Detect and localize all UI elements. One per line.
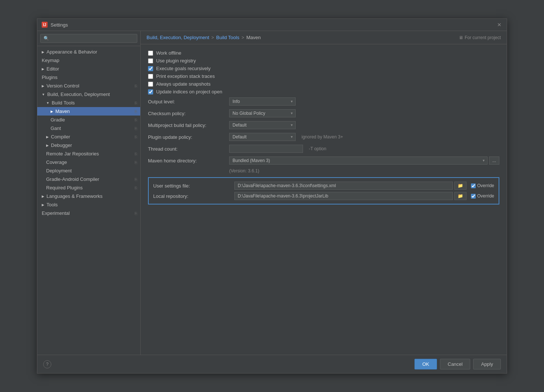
sidebar-item-debugger[interactable]: ▶Debugger bbox=[37, 141, 140, 149]
sidebar-item-label: Remote Jar Repositories bbox=[46, 151, 99, 157]
help-button[interactable]: ? bbox=[43, 360, 51, 368]
select-wrapper-2: DefaultFail FastFail At EndNever Fail bbox=[229, 121, 296, 129]
checkbox-row-use_plugin_registry: Use plugin registry bbox=[148, 58, 499, 63]
sidebar-item-build-execution-deployment[interactable]: ▼Build, Execution, Deployment bbox=[37, 90, 140, 99]
checkbox-row-work_offline: Work offline bbox=[148, 50, 499, 56]
sidebar-item-keymap[interactable]: Keymap bbox=[37, 56, 140, 65]
user-settings-override: Override bbox=[471, 183, 494, 188]
apply-button[interactable]: Apply bbox=[473, 359, 501, 369]
checkbox-use_plugin_registry[interactable] bbox=[148, 58, 153, 63]
sidebar-item-label: Required Plugins bbox=[46, 185, 83, 190]
content-area: ▶Appearance & BehaviorKeymap▶EditorPlugi… bbox=[37, 31, 507, 355]
sidebar-item-label: Experimental bbox=[42, 210, 70, 216]
form-label-2: Multiproject build fail policy: bbox=[148, 123, 229, 128]
sidebar: ▶Appearance & BehaviorKeymap▶EditorPlugi… bbox=[37, 31, 141, 355]
local-repo-input-wrap: 📁 Override bbox=[234, 192, 494, 200]
checkbox-execute_goals[interactable] bbox=[148, 66, 153, 71]
user-settings-label: User settings file: bbox=[153, 183, 234, 189]
sidebar-item-label: Tools bbox=[47, 202, 58, 207]
sidebar-item-build-tools[interactable]: ▼Build Tools⎘ bbox=[37, 99, 140, 107]
local-repo-override-checkbox[interactable] bbox=[471, 194, 476, 199]
form-control-4: -T option bbox=[229, 145, 499, 153]
form-rows-container: Output level:InfoDebugWarnErrorChecksum … bbox=[148, 97, 499, 153]
search-input[interactable] bbox=[40, 34, 137, 43]
ok-button[interactable]: OK bbox=[414, 359, 437, 369]
checkbox-label-print_exception: Print exception stack traces bbox=[156, 73, 215, 79]
form-label-3: Plugin update policy: bbox=[148, 134, 229, 140]
hint-3: ignored by Maven 3+ bbox=[302, 134, 343, 140]
checkbox-always_update[interactable] bbox=[148, 82, 153, 87]
select-1[interactable]: No Global PolicyStrictLenientIgnore bbox=[229, 109, 296, 117]
project-icon: 🖥 bbox=[459, 35, 463, 40]
breadcrumb-sep1: > bbox=[211, 35, 214, 40]
sidebar-item-gradle-android-compiler[interactable]: Gradle-Android Compiler⎘ bbox=[37, 175, 140, 183]
form-label-4: Thread count: bbox=[148, 146, 229, 152]
form-row-0: Output level:InfoDebugWarnError bbox=[148, 97, 499, 106]
maven-home-select[interactable]: Bundled (Maven 3) bbox=[229, 157, 488, 165]
sidebar-item-label: Gradle bbox=[51, 117, 65, 123]
form-row-3: Plugin update policy:DefaultAlwaysNeverD… bbox=[148, 133, 499, 141]
user-settings-override-checkbox[interactable] bbox=[471, 183, 476, 188]
sidebar-item-label: Debugger bbox=[51, 142, 72, 148]
sidebar-item-gant[interactable]: Gant⎘ bbox=[37, 124, 140, 133]
select-0[interactable]: InfoDebugWarnError bbox=[229, 97, 296, 106]
form-control-3: DefaultAlwaysNeverDailyignored by Maven … bbox=[229, 133, 499, 141]
local-repo-browse-button[interactable]: 📁 bbox=[454, 192, 466, 200]
copy-icon: ⎘ bbox=[135, 118, 137, 122]
sidebar-item-compiler[interactable]: ▶Compiler⎘ bbox=[37, 133, 140, 141]
checkbox-row-print_exception: Print exception stack traces bbox=[148, 73, 499, 79]
sidebar-item-coverage[interactable]: Coverage⎘ bbox=[37, 158, 140, 166]
close-button[interactable]: ✕ bbox=[496, 22, 502, 28]
checkbox-label-work_offline: Work offline bbox=[156, 50, 181, 56]
select-wrapper-3: DefaultAlwaysNeverDaily bbox=[229, 133, 296, 141]
form-label-0: Output level: bbox=[148, 99, 229, 104]
sidebar-item-label: Editor bbox=[47, 66, 59, 72]
text-input-4[interactable] bbox=[229, 145, 303, 153]
sidebar-item-editor[interactable]: ▶Editor bbox=[37, 65, 140, 73]
breadcrumb-part1[interactable]: Build, Execution, Deployment bbox=[147, 35, 209, 40]
user-settings-browse-button[interactable]: 📁 bbox=[454, 182, 466, 190]
select-3[interactable]: DefaultAlwaysNeverDaily bbox=[229, 133, 296, 141]
copy-icon: ⎘ bbox=[135, 186, 137, 190]
footer-buttons: OK Cancel Apply bbox=[414, 359, 501, 369]
user-settings-input[interactable] bbox=[234, 182, 453, 190]
form-control-1: No Global PolicyStrictLenientIgnore bbox=[229, 109, 499, 117]
maven-home-browse-button[interactable]: ... bbox=[489, 157, 499, 165]
sidebar-item-label: Languages & Frameworks bbox=[47, 193, 103, 199]
checkbox-update_indices[interactable] bbox=[148, 89, 153, 94]
sidebar-item-appearance--behavior[interactable]: ▶Appearance & Behavior bbox=[37, 48, 140, 56]
sidebar-item-experimental[interactable]: Experimental⎘ bbox=[37, 209, 140, 217]
local-repo-input[interactable] bbox=[234, 192, 453, 200]
sidebar-item-gradle[interactable]: Gradle⎘ bbox=[37, 116, 140, 124]
form-row-2: Multiproject build fail policy:DefaultFa… bbox=[148, 121, 499, 129]
select-2[interactable]: DefaultFail FastFail At EndNever Fail bbox=[229, 121, 296, 129]
sidebar-item-deployment[interactable]: Deployment bbox=[37, 166, 140, 175]
cancel-button[interactable]: Cancel bbox=[440, 359, 470, 369]
sidebar-item-version-control[interactable]: ▶Version Control⎘ bbox=[37, 82, 140, 90]
maven-home-select-wrapper: Bundled (Maven 3) bbox=[229, 157, 488, 165]
checkbox-print_exception[interactable] bbox=[148, 74, 153, 79]
maven-version-text: (Version: 3.6.1) bbox=[229, 168, 499, 173]
copy-icon: ⎘ bbox=[135, 160, 137, 165]
user-settings-override-label: Override bbox=[477, 183, 494, 188]
form-label-1: Checksum policy: bbox=[148, 111, 229, 116]
sidebar-item-remote-jar-repositories[interactable]: Remote Jar Repositories⎘ bbox=[37, 149, 140, 158]
copy-icon: ⎘ bbox=[135, 177, 137, 182]
sidebar-item-plugins[interactable]: Plugins bbox=[37, 73, 140, 82]
checkbox-work_offline[interactable] bbox=[148, 51, 153, 56]
sidebar-item-label: Appearance & Behavior bbox=[47, 49, 97, 55]
sidebar-item-tools[interactable]: ▶Tools bbox=[37, 200, 140, 209]
hint-4: -T option bbox=[309, 146, 326, 151]
settings-panel: Work offlineUse plugin registryExecute g… bbox=[141, 44, 507, 355]
sidebar-item-required-plugins[interactable]: Required Plugins⎘ bbox=[37, 183, 140, 192]
sidebar-item-label: Plugins bbox=[42, 75, 58, 80]
app-icon: IJ bbox=[42, 22, 48, 28]
breadcrumb-part2[interactable]: Build Tools bbox=[216, 35, 240, 40]
sidebar-item-languages--frameworks[interactable]: ▶Languages & Frameworks bbox=[37, 192, 140, 200]
local-repo-override-label: Override bbox=[477, 193, 494, 199]
sidebar-item-maven[interactable]: ▶Maven⎘ bbox=[37, 107, 140, 116]
checkbox-label-always_update: Always update snapshots bbox=[156, 81, 210, 87]
breadcrumb-current: Maven bbox=[246, 35, 261, 40]
checkbox-label-use_plugin_registry: Use plugin registry bbox=[156, 58, 196, 63]
sidebar-item-label: Keymap bbox=[42, 58, 59, 63]
